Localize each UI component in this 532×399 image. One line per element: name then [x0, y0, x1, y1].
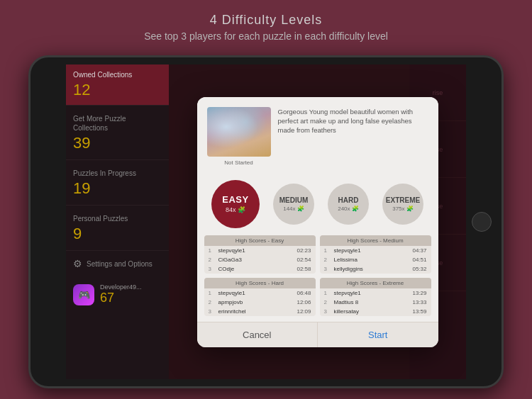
diff-label-medium: MEDIUM — [279, 196, 309, 204]
dialog-actions: Cancel Start — [197, 322, 438, 347]
score-name: killersatay — [334, 308, 410, 315]
score-row-0-1: 2 CiGaGa3 02:54 — [204, 255, 316, 264]
puzzle-dialog: Not Started Gorgeous Young model beautif… — [197, 97, 438, 347]
score-rank: 2 — [209, 257, 216, 263]
score-row-1-1: 2 Lelissima 04:51 — [320, 255, 431, 264]
personal-value: 9 — [73, 225, 162, 243]
score-rank: 3 — [209, 308, 216, 315]
difficulty-button-extreme[interactable]: EXTREME375x 🧩 — [382, 184, 423, 225]
diff-count-easy: 84x 🧩 — [226, 206, 245, 213]
score-name: erinnritchel — [218, 308, 294, 315]
sidebar-settings[interactable]: ⚙ Settings and Options — [66, 251, 169, 276]
puzzle-thumbnail — [207, 107, 271, 157]
diff-count-hard: 240x 🧩 — [338, 206, 359, 212]
score-rank: 1 — [209, 247, 216, 254]
diff-label-extreme: EXTREME — [386, 196, 420, 204]
more-puzzles-value: 39 — [73, 134, 162, 152]
score-table-header-2: High Scores - Hard — [204, 278, 316, 288]
diff-label-easy: EASY — [222, 194, 248, 205]
score-table-header-0: High Scores - Easy — [204, 235, 316, 246]
score-table-0: High Scores - Easy 1 stepvqyle1 02:23 2 … — [204, 235, 316, 274]
difficulty-button-easy[interactable]: EASY84x 🧩 — [211, 180, 260, 228]
score-time: 04:37 — [412, 247, 426, 254]
score-rank: 3 — [209, 266, 216, 272]
score-name: stepvqyle1 — [334, 290, 410, 296]
score-table-2: High Scores - Hard 1 stepvqyle1 06:48 2 … — [204, 278, 316, 316]
sidebar: Owned Collections 12 Get More Puzzle Col… — [66, 64, 169, 379]
score-time: 05:32 — [412, 266, 426, 272]
score-row-3-2: 3 killersatay 13:59 — [320, 307, 431, 316]
score-time: 02:58 — [297, 266, 311, 272]
score-rank: 2 — [324, 299, 331, 305]
score-row-1-0: 1 stepvqyle1 04:37 — [320, 246, 431, 255]
header-area: 4 Difficulty Levels See top 3 players fo… — [0, 0, 532, 47]
score-time: 13:33 — [412, 299, 426, 305]
difficulty-button-medium[interactable]: MEDIUM144x 🧩 — [273, 184, 314, 225]
in-progress-label: Puzzles In Progress — [73, 169, 162, 178]
score-time: 13:59 — [412, 308, 426, 315]
app-icon: 🎮 — [73, 284, 94, 305]
diff-label-hard: HARD — [338, 196, 359, 204]
diff-count-medium: 144x 🧩 — [283, 206, 304, 212]
main-area: rise rise rise rise Not Started — [169, 64, 466, 379]
puzzle-description-text: Gorgeous Young model beautiful women wit… — [278, 107, 428, 135]
score-rank: 1 — [324, 290, 331, 296]
score-name: COdje — [218, 266, 294, 272]
sidebar-item-owned[interactable]: Owned Collections 12 — [66, 64, 169, 106]
dev-name: Developer49... — [100, 283, 142, 291]
score-table-header-1: High Scores - Medium — [320, 235, 431, 246]
score-rank: 1 — [209, 290, 216, 296]
score-time: 02:23 — [297, 247, 311, 254]
score-rank: 3 — [324, 308, 331, 315]
score-name: kellydiggins — [334, 266, 410, 272]
score-name: apmpjovb — [218, 299, 294, 305]
score-table-3: High Scores - Extreme 1 stepvqyle1 13:29… — [320, 278, 431, 316]
score-rank: 3 — [324, 266, 331, 272]
score-table-header-3: High Scores - Extreme — [320, 278, 431, 288]
score-row-2-1: 2 apmpjovb 12:06 — [204, 298, 316, 307]
diff-count-extreme: 375x 🧩 — [392, 206, 414, 212]
difficulty-button-hard[interactable]: HARD240x 🧩 — [328, 184, 369, 225]
owned-value: 12 — [73, 81, 162, 99]
sidebar-item-more-puzzles[interactable]: Get More Puzzle Collections 39 — [66, 106, 169, 160]
difficulty-row: EASY84x 🧩MEDIUM144x 🧩HARD240x 🧩EXTREME37… — [197, 173, 438, 235]
gear-icon: ⚙ — [73, 258, 82, 269]
score-row-2-0: 1 stepvqyle1 06:48 — [204, 288, 316, 298]
start-button[interactable]: Start — [318, 322, 438, 347]
score-rank: 2 — [324, 257, 331, 263]
more-puzzles-label: Get More Puzzle Collections — [73, 114, 162, 133]
score-time: 12:06 — [297, 299, 311, 305]
cancel-button[interactable]: Cancel — [197, 322, 318, 347]
score-row-3-1: 2 Madtius 8 13:33 — [320, 298, 431, 307]
page-subtitle: See top 3 players for each puzzle in eac… — [0, 30, 532, 42]
score-table-1: High Scores - Medium 1 stepvqyle1 04:37 … — [320, 235, 431, 274]
dialog-overlay: Not Started Gorgeous Young model beautif… — [169, 64, 466, 379]
score-time: 02:54 — [297, 257, 311, 263]
personal-label: Personal Puzzles — [73, 214, 162, 223]
score-row-0-0: 1 stepvqyle1 02:23 — [204, 246, 316, 255]
sidebar-developer[interactable]: 🎮 Developer49... 67 — [66, 276, 169, 313]
score-rank: 1 — [324, 247, 331, 254]
owned-label: Owned Collections — [73, 70, 162, 79]
page-title: 4 Difficulty Levels — [0, 13, 532, 28]
settings-label: Settings and Options — [87, 260, 153, 268]
score-time: 13:29 — [412, 290, 426, 296]
score-name: stepvqyle1 — [218, 247, 294, 254]
tablet-screen: Owned Collections 12 Get More Puzzle Col… — [66, 64, 466, 379]
score-name: Lelissima — [334, 257, 410, 263]
home-button[interactable] — [472, 212, 492, 232]
puzzle-description-area: Gorgeous Young model beautiful women wit… — [271, 107, 428, 166]
sidebar-item-in-progress[interactable]: Puzzles In Progress 19 — [66, 160, 169, 206]
sidebar-item-personal[interactable]: Personal Puzzles 9 — [66, 206, 169, 251]
tablet-frame: Owned Collections 12 Get More Puzzle Col… — [28, 55, 504, 388]
puzzle-status: Not Started — [224, 158, 253, 166]
score-rank: 2 — [209, 299, 216, 305]
score-name: CiGaGa3 — [218, 257, 294, 263]
score-name: Madtius 8 — [334, 299, 410, 305]
dev-value: 67 — [100, 291, 142, 305]
score-name: stepvqyle1 — [334, 247, 410, 254]
scores-grid: High Scores - Easy 1 stepvqyle1 02:23 2 … — [197, 235, 438, 322]
score-row-3-0: 1 stepvqyle1 13:29 — [320, 288, 431, 298]
dialog-top: Not Started Gorgeous Young model beautif… — [197, 97, 438, 173]
in-progress-value: 19 — [73, 179, 162, 198]
